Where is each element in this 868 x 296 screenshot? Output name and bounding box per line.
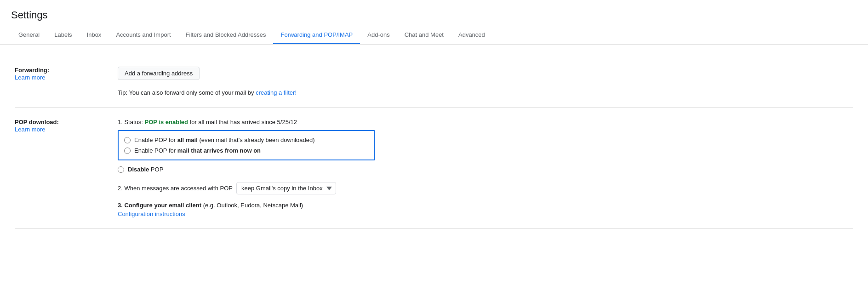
tab-general[interactable]: General	[11, 26, 47, 44]
pop-label: POP download:	[15, 119, 107, 125]
creating-filter-link[interactable]: creating a filter!	[256, 89, 297, 96]
pop-disable-bold: Disable	[128, 166, 149, 173]
pop-status-suffix: for all mail that has arrived since 5/25…	[188, 119, 297, 125]
pop-status-prefix: 1. Status:	[118, 119, 145, 125]
pop-all-prefix: Enable POP for	[134, 137, 177, 143]
settings-page: Settings General Labels Inbox Accounts a…	[0, 0, 868, 296]
pop-now-on-option[interactable]: Enable POP for mail that arrives from no…	[124, 145, 369, 156]
forwarding-tip: Tip: You can also forward only some of y…	[118, 89, 853, 96]
pop-disable-suffix: POP	[149, 166, 163, 173]
pop-learn-more[interactable]: Learn more	[15, 126, 45, 133]
pop-all-mail-label: Enable POP for all mail (even mail that'…	[134, 137, 315, 143]
page-title: Settings	[0, 0, 868, 26]
pop-all-suffix: (even mail that's already been downloade…	[198, 137, 315, 143]
forwarding-label-col: Forwarding: Learn more	[15, 67, 107, 96]
pop-disable-label: Disable POP	[128, 166, 163, 173]
pop-content: 1. Status: POP is enabled for all mail t…	[118, 119, 853, 217]
add-forwarding-address-button[interactable]: Add a forwarding address	[118, 67, 200, 80]
configure-suffix: (e.g. Outlook, Eudora, Netscape Mail)	[201, 202, 303, 209]
tab-labels[interactable]: Labels	[47, 26, 79, 44]
pop-now-on-radio[interactable]	[124, 148, 131, 154]
tab-filters-blocked[interactable]: Filters and Blocked Addresses	[178, 26, 274, 44]
forwarding-label: Forwarding:	[15, 67, 107, 74]
content-area: Forwarding: Learn more Add a forwarding …	[0, 45, 868, 240]
forwarding-content: Add a forwarding address Tip: You can al…	[118, 67, 853, 96]
when-accessed-select[interactable]: keep Gmail's copy in the Inbox mark Gmai…	[236, 182, 336, 194]
forwarding-section: Forwarding: Learn more Add a forwarding …	[15, 56, 853, 108]
tab-forwarding-pop-imap[interactable]: Forwarding and POP/IMAP	[273, 26, 360, 44]
pop-status-line: 1. Status: POP is enabled for all mail t…	[118, 119, 853, 125]
tab-chat-meet[interactable]: Chat and Meet	[397, 26, 451, 44]
tabs-navigation: General Labels Inbox Accounts and Import…	[0, 26, 868, 45]
pop-status-enabled: POP is enabled	[145, 119, 188, 125]
pop-now-bold: mail that arrives from now on	[177, 147, 261, 154]
tab-add-ons[interactable]: Add-ons	[360, 26, 397, 44]
pop-now-prefix: Enable POP for	[134, 147, 177, 154]
when-accessed-label: 2. When messages are accessed with POP	[118, 185, 233, 192]
pop-disable-option[interactable]: Disable POP	[118, 164, 853, 175]
pop-download-section: POP download: Learn more 1. Status: POP …	[15, 108, 853, 229]
tab-inbox[interactable]: Inbox	[80, 26, 109, 44]
pop-now-on-label: Enable POP for mail that arrives from no…	[134, 147, 261, 154]
when-accessed-row: 2. When messages are accessed with POP k…	[118, 182, 853, 194]
pop-all-mail-option[interactable]: Enable POP for all mail (even mail that'…	[124, 135, 369, 145]
configure-prefix: 3. Configure your email client (e.g. Out…	[118, 202, 303, 209]
tip-text-prefix: Tip: You can also forward only some of y…	[118, 89, 256, 96]
configuration-instructions-link[interactable]: Configuration instructions	[118, 211, 853, 217]
forwarding-learn-more[interactable]: Learn more	[15, 74, 45, 81]
pop-all-mail-radio[interactable]	[124, 137, 131, 143]
configure-bold: 3. Configure your email client	[118, 202, 201, 209]
configure-row: 3. Configure your email client (e.g. Out…	[118, 202, 853, 217]
pop-label-col: POP download: Learn more	[15, 119, 107, 217]
pop-all-bold: all mail	[177, 137, 198, 143]
pop-disable-radio[interactable]	[118, 166, 124, 173]
pop-radio-boxed-group: Enable POP for all mail (even mail that'…	[118, 130, 375, 160]
tab-advanced[interactable]: Advanced	[451, 26, 492, 44]
tab-accounts-import[interactable]: Accounts and Import	[108, 26, 178, 44]
